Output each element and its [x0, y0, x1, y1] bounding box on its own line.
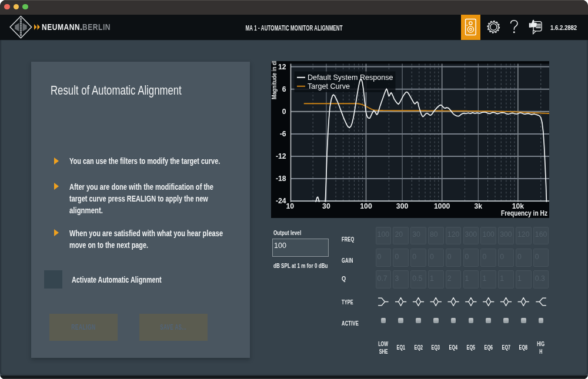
svg-text:100: 100	[360, 202, 372, 210]
svg-text:3k: 3k	[474, 202, 482, 210]
svg-text:Target Curve: Target Curve	[308, 82, 350, 90]
svg-text:Default System Response: Default System Response	[308, 73, 393, 82]
svg-text:Magnitude in dB: Magnitude in dB	[271, 61, 278, 99]
svg-text:10: 10	[286, 202, 294, 210]
svg-text:300: 300	[396, 202, 408, 210]
svg-text:-6: -6	[279, 130, 286, 138]
svg-text:-18: -18	[275, 175, 286, 183]
svg-text:30: 30	[322, 202, 330, 210]
svg-text:12: 12	[278, 63, 286, 71]
svg-text:-12: -12	[275, 152, 286, 160]
svg-text:-24: -24	[275, 197, 286, 205]
svg-text:Frequency in Hz: Frequency in Hz	[501, 209, 547, 217]
svg-text:1000: 1000	[434, 202, 450, 210]
svg-text:6: 6	[282, 85, 286, 93]
svg-text:0: 0	[282, 108, 286, 116]
